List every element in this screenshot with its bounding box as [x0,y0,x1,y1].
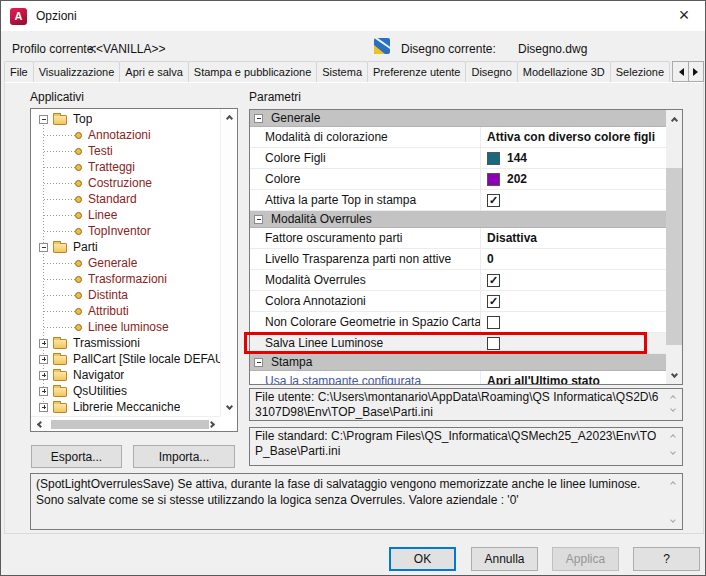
param-value-cell[interactable]: 202 [481,169,666,189]
param-value-cell[interactable]: Attiva con diverso colore figli [481,127,666,147]
tab-stampa-e-pubblicazione[interactable]: Stampa e pubblicazione [188,61,317,83]
tab-selezione[interactable]: Selezione [610,61,670,83]
tree-item-topinventor[interactable]: TopInventor [31,223,220,239]
description-scroll-down-icon[interactable] [667,516,679,526]
user-file-scroll-up-icon[interactable] [667,391,679,401]
tree-item-navigator[interactable]: Navigator [31,367,220,383]
help-button[interactable]: ? [633,547,700,571]
tree-scroll-up-icon[interactable] [221,109,237,125]
tree-item-linee-luminose[interactable]: Linee luminose [31,319,220,335]
param-row-non-colorare-geometrie-in-spazio-carta[interactable]: Non Colorare Geometrie in Spazio Carta [250,312,666,333]
tree-item-parti[interactable]: Parti [31,239,220,255]
tree-item-linee[interactable]: Linee [31,207,220,223]
expand-icon[interactable] [39,403,48,412]
cancel-button[interactable]: Annulla [471,547,538,571]
tab-scroll-right-icon[interactable] [688,62,703,81]
tab-apri-e-salva[interactable]: Apri e salva [119,61,188,83]
checkbox-checked[interactable]: ✓ [487,295,500,308]
param-row-modalit-overrules[interactable]: Modalità Overrules✓ [250,270,666,291]
tab-sistema[interactable]: Sistema [316,61,368,83]
param-row-livello-trasparenza-parti-non-attive[interactable]: Livello Trasparenza parti non attive0 [250,249,666,270]
apply-button[interactable]: Applica [552,547,619,571]
grid-vscroll-thumb[interactable] [666,168,682,345]
expand-icon[interactable] [39,387,48,396]
tree-scroll-down-icon[interactable] [221,400,237,416]
tree-item-costruzione[interactable]: Costruzione [31,175,220,191]
group-header-label: Generale [271,111,320,125]
param-row-colore[interactable]: Colore202 [250,169,666,190]
checkbox-unchecked[interactable] [487,316,500,329]
tree-vertical-scrollbar[interactable] [220,109,237,416]
ok-button[interactable]: OK [389,547,456,571]
param-value-cell[interactable]: Apri all'Ultimo stato [481,371,666,384]
param-row-colora-annotazioni[interactable]: Colora Annotazioni✓ [250,291,666,312]
expand-icon[interactable] [39,355,48,364]
grid-scroll-down-icon[interactable] [666,367,682,384]
group-header-stampa[interactable]: Stampa [250,354,666,371]
param-value-cell[interactable]: ✓ [481,190,666,210]
description-scroll-up-icon[interactable] [667,477,679,487]
param-value-cell[interactable] [481,312,666,332]
tree-hscroll-thumb[interactable] [51,420,209,429]
group-header-modalit-overrules[interactable]: Modalità Overrules [250,211,666,228]
param-value-cell[interactable]: 0 [481,249,666,269]
tab-visualizzazione[interactable]: Visualizzazione [33,61,121,83]
tree-item-top[interactable]: Top [31,111,220,127]
tab-preferenze-utente[interactable]: Preferenze utente [367,61,466,83]
param-value-cell[interactable] [481,333,666,353]
color-swatch[interactable] [487,152,500,165]
tree-item-annotazioni[interactable]: Annotazioni [31,127,220,143]
param-value-cell[interactable]: 144 [481,148,666,168]
tree-item-generale[interactable]: Generale [31,255,220,271]
tree-item-trasmissioni[interactable]: Trasmissioni [31,335,220,351]
group-header-generale[interactable]: Generale [250,110,666,127]
close-icon[interactable]: × [665,1,703,30]
param-value-cell[interactable]: ✓ [481,270,666,290]
tree-horizontal-scrollbar[interactable] [31,416,220,431]
param-row-attiva-la-parte-top-in-stampa[interactable]: Attiva la parte Top in stampa✓ [250,190,666,211]
param-row-colore-figli[interactable]: Colore Figli144 [250,148,666,169]
checkbox-checked[interactable]: ✓ [487,274,500,287]
collapse-icon[interactable] [254,358,263,367]
grid-scroll-up-icon[interactable] [666,110,682,127]
parameters-grid[interactable]: GeneraleModalità di colorazioneAttiva co… [249,109,683,385]
standard-file-scroll-up-icon[interactable] [667,430,679,440]
collapse-icon[interactable] [39,243,48,252]
expand-icon[interactable] [39,339,48,348]
param-row-modalit-di-colorazione[interactable]: Modalità di colorazioneAttiva con divers… [250,127,666,148]
tree-item-qsutilities[interactable]: QsUtilities [31,383,220,399]
tree-item-attributi[interactable]: Attributi [31,303,220,319]
tree-leaf-bullet-icon [75,132,82,139]
tab-disegno[interactable]: Disegno [465,61,517,83]
tree-item-standard[interactable]: Standard [31,191,220,207]
tree-item-trasformazioni[interactable]: Trasformazioni [31,271,220,287]
collapse-icon[interactable] [254,114,263,123]
collapse-icon[interactable] [39,115,48,124]
checkbox-checked[interactable]: ✓ [487,194,500,207]
applications-tree[interactable]: TopAnnotazioniTestiTratteggiCostruzioneS… [30,108,238,432]
group-header-label: Stampa [271,355,312,369]
param-row-salva-linee-luminose[interactable]: Salva Linee Luminose [250,333,666,354]
collapse-icon[interactable] [254,215,263,224]
tab-file[interactable]: File [4,61,34,83]
export-button[interactable]: Esporta... [31,445,122,468]
tab-modellazione-3d[interactable]: Modellazione 3D [517,61,611,83]
tab-scroll-left-icon[interactable] [673,62,688,81]
param-row-fattore-oscuramento-parti[interactable]: Fattore oscuramento partiDisattiva [250,228,666,249]
param-value-cell[interactable]: ✓ [481,291,666,311]
tree-scroll-left-icon[interactable] [31,417,46,431]
tree-item-librerie-meccaniche[interactable]: Librerie Meccaniche [31,399,220,415]
user-file-scroll-down-icon[interactable] [667,405,679,415]
tree-item-testi[interactable]: Testi [31,143,220,159]
tree-item-tratteggi[interactable]: Tratteggi [31,159,220,175]
tree-item-distinta[interactable]: Distinta [31,287,220,303]
param-value-cell[interactable]: Disattiva [481,228,666,248]
param-row-usa-la-stampante-configurata[interactable]: Usa la stampante configurataApri all'Ult… [250,371,666,384]
standard-file-scroll-down-icon[interactable] [667,448,679,458]
tree-item-pallcart-stile-locale-default[interactable]: PallCart [Stile locale DEFAULT_ [31,351,220,367]
grid-vertical-scrollbar[interactable] [666,110,682,384]
color-swatch[interactable] [487,173,500,186]
checkbox-unchecked[interactable] [487,337,500,350]
expand-icon[interactable] [39,371,48,380]
import-button[interactable]: Importa... [133,445,235,468]
